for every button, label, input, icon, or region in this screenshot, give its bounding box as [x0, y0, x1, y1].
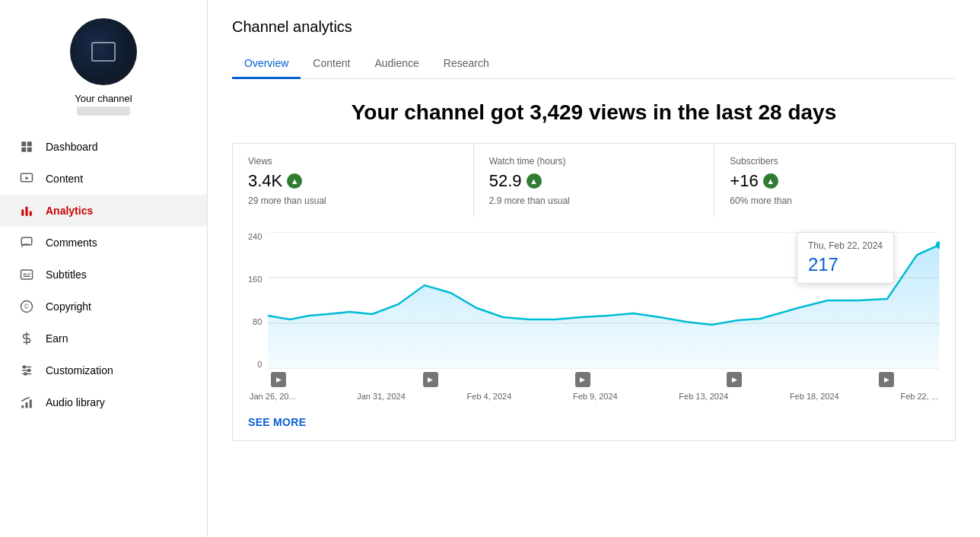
sidebar-item-dashboard[interactable]: Dashboard — [0, 131, 207, 163]
svg-marker-5 — [26, 176, 30, 180]
sidebar-item-label: Content — [46, 173, 83, 185]
customization-icon — [18, 362, 35, 379]
svg-rect-1 — [27, 141, 32, 146]
svg-rect-23 — [21, 405, 24, 408]
metric-views-value-row: 3.4K ▲ — [248, 171, 458, 191]
metric-subs-label: Subscribers — [730, 156, 940, 167]
subtitles-icon — [18, 266, 35, 283]
play-btn-feb18[interactable]: ▶ — [727, 372, 742, 387]
page-title: Channel analytics — [232, 18, 956, 36]
metric-subscribers: Subscribers +16 ▲ 60% more than — [714, 144, 955, 217]
y-label-160: 160 — [248, 275, 262, 284]
tooltip-value: 217 — [808, 254, 883, 275]
sidebar-item-comments[interactable]: Comments — [0, 227, 207, 259]
analytics-icon — [18, 202, 35, 219]
sidebar-item-label: Analytics — [46, 205, 93, 217]
chart-container: 240 160 80 0 Thu, Feb 22, 2024 217 — [232, 217, 956, 441]
sidebar-item-content[interactable]: Content — [0, 163, 207, 195]
main-content: Channel analytics Overview Content Audie… — [208, 0, 980, 537]
tooltip-date: Thu, Feb 22, 2024 — [808, 240, 883, 251]
content-icon — [18, 170, 35, 187]
sidebar-item-earn[interactable]: Earn — [0, 323, 207, 354]
sidebar-item-label: Customization — [46, 364, 113, 377]
play-btn-jan26[interactable]: ▶ — [271, 372, 286, 387]
metric-views: Views 3.4K ▲ 29 more than usual — [233, 144, 474, 217]
see-more-link[interactable]: SEE MORE — [248, 416, 940, 428]
metric-subs-value-row: +16 ▲ — [730, 171, 940, 191]
metrics-row: Views 3.4K ▲ 29 more than usual Watch ti… — [232, 143, 956, 217]
y-label-240: 240 — [248, 232, 262, 241]
svg-rect-24 — [26, 402, 28, 408]
sidebar-item-copyright[interactable]: © Copyright — [0, 291, 207, 323]
svg-point-18 — [24, 366, 26, 368]
channel-handle — [77, 106, 130, 116]
play-btn-jan31[interactable]: ▶ — [423, 372, 438, 387]
dashboard-icon — [18, 138, 35, 155]
date-label-1: Jan 31, 2024 — [357, 392, 406, 401]
sidebar-item-label: Subtitles — [46, 268, 87, 281]
svg-rect-0 — [21, 141, 26, 146]
svg-point-20 — [28, 370, 30, 372]
sidebar: Your channel Dashboard Content Analytics — [0, 0, 208, 537]
copyright-icon: © — [18, 298, 35, 315]
svg-point-22 — [24, 373, 27, 375]
sidebar-item-subtitles[interactable]: Subtitles — [0, 259, 207, 291]
svg-text:©: © — [24, 303, 29, 310]
metric-watch-sub: 2.9 more than usual — [489, 195, 699, 206]
date-label-2: Feb 4, 2024 — [467, 392, 512, 401]
chart-plot: Thu, Feb 22, 2024 217 — [268, 232, 940, 369]
tab-content[interactable]: Content — [301, 49, 362, 79]
metric-watch-value-row: 52.9 ▲ — [489, 171, 699, 191]
chart-date-labels: Jan 26, 20... Jan 31, 2024 Feb 4, 2024 F… — [248, 392, 940, 401]
comments-icon — [18, 234, 35, 251]
svg-rect-2 — [21, 148, 26, 152]
chart-tooltip: Thu, Feb 22, 2024 217 — [797, 232, 894, 284]
sidebar-item-label: Audio library — [46, 396, 105, 408]
sidebar-item-label: Earn — [46, 332, 68, 345]
y-axis: 240 160 80 0 — [248, 232, 268, 369]
svg-rect-25 — [30, 399, 32, 408]
date-label-0: Jan 26, 20... — [250, 392, 296, 401]
metric-subs-value: +16 — [730, 171, 758, 191]
date-label-5: Feb 18, 2024 — [790, 392, 839, 401]
nav-items: Dashboard Content Analytics Comments Sub — [0, 131, 207, 418]
tab-overview[interactable]: Overview — [232, 49, 301, 79]
audio-icon — [18, 394, 35, 411]
sidebar-item-audio-library[interactable]: Audio library — [0, 386, 207, 418]
metric-views-sub: 29 more than usual — [248, 195, 458, 206]
y-label-0: 0 — [248, 360, 262, 369]
metric-subs-sub: 60% more than — [730, 195, 940, 206]
metric-views-value: 3.4K — [248, 171, 282, 191]
metric-watch-label: Watch time (hours) — [489, 156, 699, 167]
sidebar-item-analytics[interactable]: Analytics — [0, 195, 207, 227]
metric-watch-value: 52.9 — [489, 171, 522, 191]
sidebar-item-label: Comments — [46, 237, 97, 249]
tab-bar: Overview Content Audience Research — [232, 49, 956, 79]
svg-rect-8 — [30, 211, 32, 216]
subs-up-icon: ▲ — [763, 173, 778, 189]
channel-avatar — [70, 18, 137, 85]
svg-rect-3 — [27, 148, 32, 152]
tab-audience[interactable]: Audience — [362, 49, 431, 79]
sidebar-item-label: Copyright — [46, 300, 91, 313]
play-btn-feb22[interactable]: ▶ — [879, 372, 894, 387]
y-label-80: 80 — [248, 317, 262, 326]
sidebar-item-customization[interactable]: Customization — [0, 354, 207, 386]
metric-watch-time: Watch time (hours) 52.9 ▲ 2.9 more than … — [474, 144, 715, 217]
views-headline: Your channel got 3,429 views in the last… — [232, 100, 956, 125]
tab-research[interactable]: Research — [431, 49, 501, 79]
sidebar-item-label: Dashboard — [46, 141, 98, 153]
date-label-6: Feb 22, ... — [900, 392, 938, 401]
svg-rect-7 — [26, 207, 28, 216]
watch-up-icon: ▲ — [527, 173, 542, 189]
views-up-icon: ▲ — [287, 173, 302, 189]
metric-views-label: Views — [248, 156, 458, 167]
play-btn-feb9[interactable]: ▶ — [575, 372, 590, 387]
svg-rect-6 — [21, 210, 24, 216]
play-icons-row: ▶ ▶ ▶ ▶ ▶ — [248, 372, 940, 387]
channel-name: Your channel — [75, 93, 132, 104]
chart-inner: 240 160 80 0 Thu, Feb 22, 2024 217 — [248, 232, 940, 369]
date-label-4: Feb 13, 2024 — [679, 392, 728, 401]
date-label-3: Feb 9, 2024 — [573, 392, 618, 401]
earn-icon — [18, 330, 35, 347]
